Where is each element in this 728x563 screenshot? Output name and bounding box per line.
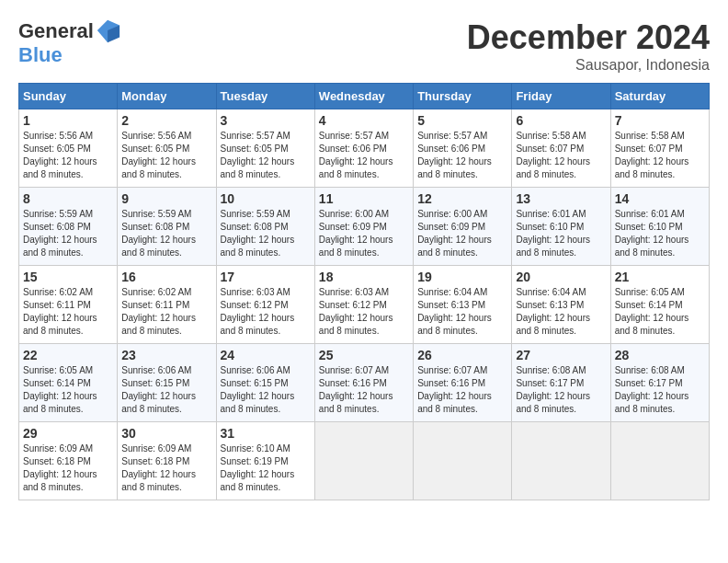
calendar-cell: 15 Sunrise: 6:02 AMSunset: 6:11 PMDaylig… (19, 266, 118, 344)
calendar-header-row: Sunday Monday Tuesday Wednesday Thursday… (19, 84, 710, 109)
day-info: Sunrise: 6:00 AMSunset: 6:09 PMDaylight:… (319, 209, 393, 258)
day-number: 10 (221, 191, 311, 206)
calendar-cell: 29 Sunrise: 6:09 AMSunset: 6:18 PMDaylig… (19, 422, 118, 500)
calendar-cell (314, 422, 413, 500)
day-number: 8 (23, 191, 113, 206)
day-number: 3 (221, 113, 311, 128)
calendar-row: 29 Sunrise: 6:09 AMSunset: 6:18 PMDaylig… (19, 422, 710, 500)
day-number: 15 (23, 270, 113, 284)
calendar-cell: 19 Sunrise: 6:04 AMSunset: 6:13 PMDaylig… (414, 266, 512, 344)
logo-blue-text: Blue (18, 44, 63, 66)
calendar-cell: 14 Sunrise: 6:01 AMSunset: 6:10 PMDaylig… (610, 188, 709, 266)
day-info: Sunrise: 6:05 AMSunset: 6:14 PMDaylight:… (23, 365, 97, 414)
calendar-cell (414, 422, 512, 500)
page-header: General Blue December 2024 Sausapor, Ind… (18, 18, 710, 74)
day-number: 30 (121, 426, 211, 441)
day-info: Sunrise: 5:58 AMSunset: 6:07 PMDaylight:… (615, 131, 689, 179)
day-info: Sunrise: 5:59 AMSunset: 6:08 PMDaylight:… (221, 209, 295, 258)
day-info: Sunrise: 5:56 AMSunset: 6:05 PMDaylight:… (23, 131, 97, 179)
logo-icon (96, 18, 121, 44)
day-info: Sunrise: 6:08 AMSunset: 6:17 PMDaylight:… (516, 365, 590, 414)
day-number: 22 (23, 348, 113, 362)
day-info: Sunrise: 5:57 AMSunset: 6:05 PMDaylight:… (221, 131, 295, 179)
day-info: Sunrise: 6:06 AMSunset: 6:15 PMDaylight:… (221, 365, 295, 414)
calendar-row: 22 Sunrise: 6:05 AMSunset: 6:14 PMDaylig… (19, 344, 710, 422)
calendar-table: Sunday Monday Tuesday Wednesday Thursday… (18, 83, 710, 500)
day-info: Sunrise: 6:07 AMSunset: 6:16 PMDaylight:… (417, 365, 492, 414)
day-info: Sunrise: 6:00 AMSunset: 6:09 PMDaylight:… (417, 209, 492, 258)
calendar-row: 15 Sunrise: 6:02 AMSunset: 6:11 PMDaylig… (19, 266, 710, 344)
calendar-cell: 28 Sunrise: 6:08 AMSunset: 6:17 PMDaylig… (610, 344, 709, 422)
day-info: Sunrise: 6:09 AMSunset: 6:18 PMDaylight:… (121, 443, 196, 492)
day-number: 18 (319, 270, 409, 284)
day-number: 26 (417, 348, 507, 362)
day-number: 23 (121, 348, 211, 362)
header-thursday: Thursday (414, 84, 512, 109)
day-info: Sunrise: 6:03 AMSunset: 6:12 PMDaylight:… (221, 287, 295, 336)
calendar-cell (512, 422, 610, 500)
day-info: Sunrise: 6:06 AMSunset: 6:15 PMDaylight:… (121, 365, 196, 414)
calendar-cell: 23 Sunrise: 6:06 AMSunset: 6:15 PMDaylig… (118, 344, 216, 422)
calendar-cell: 17 Sunrise: 6:03 AMSunset: 6:12 PMDaylig… (216, 266, 314, 344)
day-info: Sunrise: 6:10 AMSunset: 6:19 PMDaylight:… (221, 443, 295, 492)
header-friday: Friday (512, 84, 610, 109)
day-info: Sunrise: 5:56 AMSunset: 6:05 PMDaylight:… (121, 131, 196, 179)
calendar-cell: 1 Sunrise: 5:56 AMSunset: 6:05 PMDayligh… (19, 109, 118, 188)
title-area: December 2024 Sausapor, Indonesia (467, 18, 710, 74)
day-number: 29 (23, 426, 113, 441)
calendar-row: 8 Sunrise: 5:59 AMSunset: 6:08 PMDayligh… (19, 188, 710, 266)
calendar-cell: 25 Sunrise: 6:07 AMSunset: 6:16 PMDaylig… (314, 344, 413, 422)
day-number: 21 (615, 270, 705, 284)
day-number: 1 (23, 113, 113, 128)
calendar-cell: 27 Sunrise: 6:08 AMSunset: 6:17 PMDaylig… (512, 344, 610, 422)
day-number: 2 (121, 113, 211, 128)
calendar-cell: 12 Sunrise: 6:00 AMSunset: 6:09 PMDaylig… (414, 188, 512, 266)
day-info: Sunrise: 6:09 AMSunset: 6:18 PMDaylight:… (23, 443, 97, 492)
logo: General Blue (18, 18, 121, 66)
day-info: Sunrise: 5:59 AMSunset: 6:08 PMDaylight:… (23, 209, 97, 258)
day-number: 6 (516, 113, 606, 128)
day-info: Sunrise: 6:02 AMSunset: 6:11 PMDaylight:… (23, 287, 97, 336)
day-number: 7 (615, 113, 705, 128)
calendar-cell: 31 Sunrise: 6:10 AMSunset: 6:19 PMDaylig… (216, 422, 314, 500)
calendar-cell: 9 Sunrise: 5:59 AMSunset: 6:08 PMDayligh… (118, 188, 216, 266)
day-info: Sunrise: 6:02 AMSunset: 6:11 PMDaylight:… (121, 287, 196, 336)
day-info: Sunrise: 5:59 AMSunset: 6:08 PMDaylight:… (121, 209, 196, 258)
header-monday: Monday (118, 84, 216, 109)
calendar-cell: 26 Sunrise: 6:07 AMSunset: 6:16 PMDaylig… (414, 344, 512, 422)
day-info: Sunrise: 6:03 AMSunset: 6:12 PMDaylight:… (319, 287, 393, 336)
day-number: 12 (417, 191, 507, 206)
calendar-cell: 16 Sunrise: 6:02 AMSunset: 6:11 PMDaylig… (118, 266, 216, 344)
header-saturday: Saturday (610, 84, 709, 109)
day-info: Sunrise: 5:58 AMSunset: 6:07 PMDaylight:… (516, 131, 590, 179)
day-number: 4 (319, 113, 409, 128)
calendar-cell: 30 Sunrise: 6:09 AMSunset: 6:18 PMDaylig… (118, 422, 216, 500)
logo-text: General (18, 20, 94, 42)
calendar-cell: 3 Sunrise: 5:57 AMSunset: 6:05 PMDayligh… (216, 109, 314, 188)
day-info: Sunrise: 6:01 AMSunset: 6:10 PMDaylight:… (615, 209, 689, 258)
calendar-cell: 11 Sunrise: 6:00 AMSunset: 6:09 PMDaylig… (314, 188, 413, 266)
day-info: Sunrise: 5:57 AMSunset: 6:06 PMDaylight:… (417, 131, 492, 179)
calendar-cell: 7 Sunrise: 5:58 AMSunset: 6:07 PMDayligh… (610, 109, 709, 188)
calendar-cell: 18 Sunrise: 6:03 AMSunset: 6:12 PMDaylig… (314, 266, 413, 344)
calendar-cell: 2 Sunrise: 5:56 AMSunset: 6:05 PMDayligh… (118, 109, 216, 188)
calendar-cell: 10 Sunrise: 5:59 AMSunset: 6:08 PMDaylig… (216, 188, 314, 266)
day-number: 5 (417, 113, 507, 128)
day-number: 13 (516, 191, 606, 206)
day-number: 28 (615, 348, 705, 362)
calendar-cell: 5 Sunrise: 5:57 AMSunset: 6:06 PMDayligh… (414, 109, 512, 188)
calendar-cell: 6 Sunrise: 5:58 AMSunset: 6:07 PMDayligh… (512, 109, 610, 188)
day-number: 9 (121, 191, 211, 206)
day-info: Sunrise: 5:57 AMSunset: 6:06 PMDaylight:… (319, 131, 393, 179)
day-number: 16 (121, 270, 211, 284)
calendar-cell: 22 Sunrise: 6:05 AMSunset: 6:14 PMDaylig… (19, 344, 118, 422)
day-number: 11 (319, 191, 409, 206)
month-title: December 2024 (467, 18, 710, 57)
calendar-cell (610, 422, 709, 500)
day-number: 31 (221, 426, 311, 441)
calendar-cell: 20 Sunrise: 6:04 AMSunset: 6:13 PMDaylig… (512, 266, 610, 344)
day-number: 17 (221, 270, 311, 284)
header-wednesday: Wednesday (314, 84, 413, 109)
day-number: 20 (516, 270, 606, 284)
calendar-row: 1 Sunrise: 5:56 AMSunset: 6:05 PMDayligh… (19, 109, 710, 188)
